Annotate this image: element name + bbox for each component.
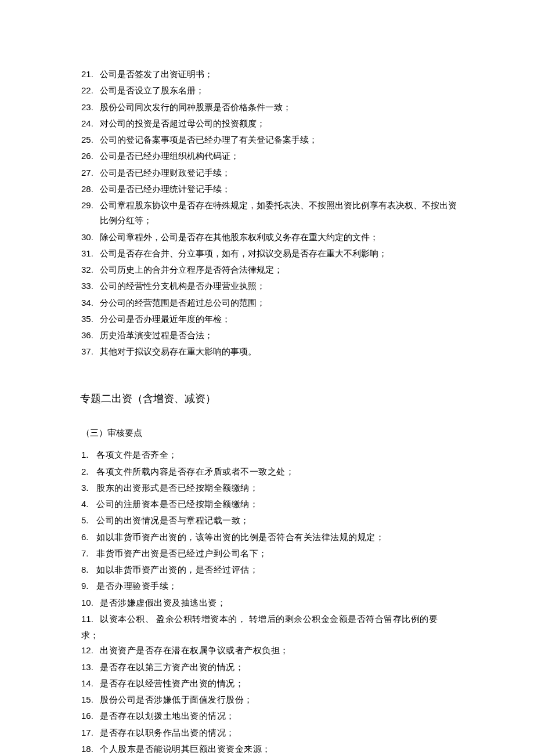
ordered-list-1: 21.公司是否签发了出资证明书；22.公司是否设立了股东名册；23.股份公司同次… (81, 67, 459, 360)
list-item-number: 11. (81, 612, 100, 627)
list-item-text: 是否存在以经营性资产出资的情况； (100, 676, 459, 691)
list-item-text: 历史沿革演变过程是否合法； (100, 328, 459, 343)
list-item-text: 对公司的投资是否超过母公司的投资额度； (100, 116, 459, 131)
list-item-text: 如以非货币资产出资的，是否经过评估； (96, 562, 459, 577)
list-item-text: 公司是否存在合并、分立事项，如有，对拟议交易是否存在重大不利影响； (100, 246, 459, 261)
list-item: 29.公司章程股东协议中是否存在特殊规定，如委托表决、不按照出资比例享有表决权、… (81, 198, 459, 229)
list-item-text: 是否存在以职务作品出资的情况； (100, 725, 459, 740)
list-item-number: 10. (81, 595, 100, 610)
list-item-text: 是否办理验资手续； (96, 578, 459, 594)
list-item-text: 公司的注册资本是否已经按期全额缴纳； (96, 497, 459, 512)
list-item: 22.公司是否设立了股东名册； (81, 83, 459, 98)
list-item-text: 公司的经营性分支机构是否办理营业执照； (100, 278, 459, 294)
list-item-number: 27. (81, 165, 100, 180)
list-item-number: 23. (81, 100, 100, 115)
list-item: 26.公司是否已经办理组织机构代码证； (81, 149, 459, 164)
list-item-text: 公司的出资情况是否与章程记载一致； (96, 513, 459, 528)
list-item: 25.公司的登记备案事项是否已经办理了有关登记备案手续； (81, 132, 459, 147)
list-item-number: 14. (81, 676, 100, 691)
list-item: 37.其他对于拟议交易存在重大影响的事项。 (81, 344, 459, 359)
list-item-text: 公司是否已经办理统计登记手续； (100, 182, 459, 197)
list-item: 12.出资资产是否存在潜在权属争议或者产权负担； (81, 643, 459, 658)
list-item-number: 12. (81, 643, 100, 658)
list-item-continuation: 求； (81, 628, 459, 643)
list-item-text: 公司的登记备案事项是否已经办理了有关登记备案手续； (100, 132, 459, 147)
list-item-text: 是否存在以第三方资产出资的情况； (100, 660, 459, 675)
list-item: 21.公司是否签发了出资证明书； (81, 67, 459, 82)
list-item-text: 是否存在以划拨土地出资的情况； (100, 708, 459, 724)
list-item-number: 15. (81, 692, 100, 707)
list-item-number: 34. (81, 295, 100, 310)
list-item-number: 32. (81, 262, 100, 277)
list-item-number: 4. (81, 497, 96, 512)
list-item: 28.公司是否已经办理统计登记手续； (81, 182, 459, 197)
list-item-number: 36. (81, 328, 100, 343)
list-item-text: 公司章程股东协议中是否存在特殊规定，如委托表决、不按照出资比例享有表决权、不按出… (100, 198, 459, 229)
list-item: 6.如以非货币资产出资的，该等出资的比例是否符合有关法律法规的规定； (81, 530, 459, 545)
list-item: 35.分公司是否办理最近年度的年检； (81, 312, 459, 327)
list-item: 3.股东的出资形式是否已经按期全额缴纳； (81, 480, 459, 495)
list-item-text: 非货币资产出资是否已经过户到公司名下； (96, 546, 459, 561)
list-item-number: 26. (81, 149, 100, 164)
list-item-number: 8. (81, 562, 96, 577)
list-item-text: 是否涉嫌虚假出资及抽逃出资； (100, 595, 459, 610)
list-item-number: 24. (81, 116, 100, 131)
list-item: 11.以资本公积、 盈余公积转增资本的， 转增后的剩余公积金金额是否符合留存比例… (81, 612, 459, 627)
list-item-text: 公司是否已经办理组织机构代码证； (100, 149, 459, 164)
list-item: 36.历史沿革演变过程是否合法； (81, 328, 459, 343)
list-item: 32.公司历史上的合并分立程序是否符合法律规定； (81, 262, 459, 277)
list-item-number: 31. (81, 246, 100, 261)
list-item-text: 公司历史上的合并分立程序是否符合法律规定； (100, 262, 459, 277)
list-item: 8.如以非货币资产出资的，是否经过评估； (81, 562, 459, 577)
ordered-list-2: 1.各项文件是否齐全；2.各项文件所载内容是否存在矛盾或者不一致之处；3.股东的… (81, 447, 459, 756)
section-heading-topic-2: 专题二出资（含增资、减资） (80, 390, 459, 408)
list-item-number: 21. (81, 67, 100, 82)
list-item-text: 分公司的经营范围是否超过总公司的范围； (100, 295, 459, 310)
list-item-text: 股份公司同次发行的同种股票是否价格条件一致； (100, 100, 459, 115)
list-item-number: 33. (81, 278, 100, 294)
list-item: 10.是否涉嫌虚假出资及抽逃出资； (81, 595, 459, 610)
list-item: 7.非货币资产出资是否已经过户到公司名下； (81, 546, 459, 561)
list-item: 14.是否存在以经营性资产出资的情况； (81, 676, 459, 691)
list-item: 24.对公司的投资是否超过母公司的投资额度； (81, 116, 459, 131)
list-item: 1.各项文件是否齐全； (81, 447, 459, 462)
list-item-text: 公司是否签发了出资证明书； (100, 67, 459, 82)
list-item: 17.是否存在以职务作品出资的情况； (81, 725, 459, 740)
list-item-number: 5. (81, 513, 96, 528)
list-item-number: 25. (81, 132, 100, 147)
list-item: 2.各项文件所载内容是否存在矛盾或者不一致之处； (81, 464, 459, 479)
list-item-text: 个人股东是否能说明其巨额出资资金来源； (100, 741, 459, 756)
list-item: 30.除公司章程外，公司是否存在其他股东权利或义务存在重大约定的文件； (81, 230, 459, 245)
list-item-text: 除公司章程外，公司是否存在其他股东权利或义务存在重大约定的文件； (100, 230, 459, 245)
list-item: 4.公司的注册资本是否已经按期全额缴纳； (81, 497, 459, 512)
list-item-number: 29. (81, 198, 100, 229)
list-item-text: 公司是否已经办理财政登记手续； (100, 165, 459, 180)
list-item-number: 3. (81, 480, 96, 495)
list-item-number: 18. (81, 741, 100, 756)
list-item-number: 35. (81, 312, 100, 327)
list-item-number: 13. (81, 660, 100, 675)
list-item-number: 1. (81, 447, 96, 462)
list-item-number: 30. (81, 230, 100, 245)
list-item: 5.公司的出资情况是否与章程记载一致； (81, 513, 459, 528)
list-item-text: 各项文件是否齐全； (96, 447, 459, 462)
sub-heading-audit-points: （三）审核要点 (81, 425, 459, 440)
list-item: 31.公司是否存在合并、分立事项，如有，对拟议交易是否存在重大不利影响； (81, 246, 459, 261)
list-item-number: 37. (81, 344, 100, 359)
list-item: 15.股份公司是否涉嫌低于面值发行股份； (81, 692, 459, 707)
list-item-number: 7. (81, 546, 96, 561)
list-item: 33.公司的经营性分支机构是否办理营业执照； (81, 278, 459, 294)
list-item-text: 股东的出资形式是否已经按期全额缴纳； (96, 480, 459, 495)
list-item: 27.公司是否已经办理财政登记手续； (81, 165, 459, 180)
list-item-number: 22. (81, 83, 100, 98)
list-item-text: 以资本公积、 盈余公积转增资本的， 转增后的剩余公积金金额是否符合留存比例的要 (100, 612, 459, 627)
list-item: 34.分公司的经营范围是否超过总公司的范围； (81, 295, 459, 310)
list-item-number: 17. (81, 725, 100, 740)
list-item-number: 6. (81, 530, 96, 545)
list-item-text: 各项文件所载内容是否存在矛盾或者不一致之处； (96, 464, 459, 479)
list-item-text: 分公司是否办理最近年度的年检； (100, 312, 459, 327)
list-item-text: 股份公司是否涉嫌低于面值发行股份； (100, 692, 459, 707)
list-item: 23.股份公司同次发行的同种股票是否价格条件一致； (81, 100, 459, 115)
list-item-text: 公司是否设立了股东名册； (100, 83, 459, 98)
list-item: 16.是否存在以划拨土地出资的情况； (81, 708, 459, 724)
